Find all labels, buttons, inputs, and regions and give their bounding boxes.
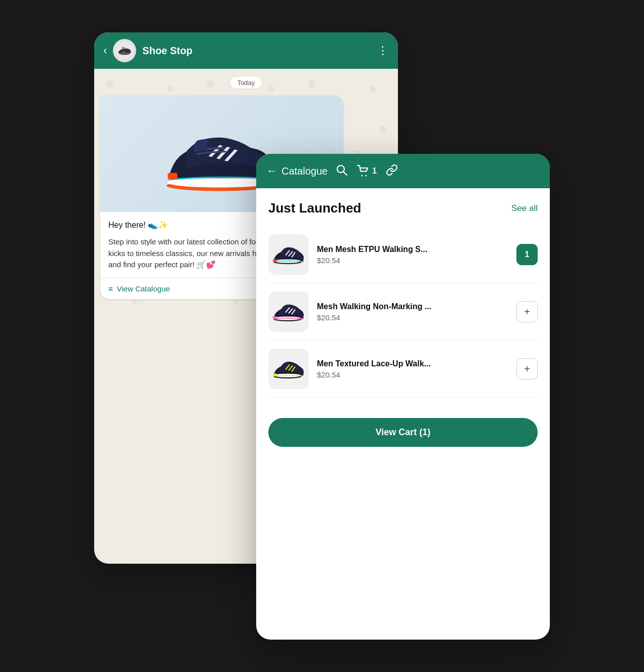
product-item: Mesh Walking Non-Marking ... $20.54 +: [268, 283, 538, 341]
date-badge: Today: [230, 77, 262, 89]
catalogue-body: Just Launched See all: [256, 188, 550, 408]
chat-title: Shoe Stop: [142, 45, 371, 57]
list-icon: ≡: [108, 284, 113, 293]
search-icon[interactable]: [336, 164, 348, 179]
catalogue-panel: ← Catalogue 1: [256, 154, 550, 640]
menu-button[interactable]: ⋮: [377, 44, 389, 57]
avatar: [113, 39, 136, 62]
add-to-cart-button[interactable]: 1: [516, 244, 538, 265]
catalogue-header: ← Catalogue 1: [256, 154, 550, 188]
view-cart-button[interactable]: View Cart (1): [268, 418, 538, 447]
chat-header: ‹ Shoe Stop ⋮: [94, 32, 398, 69]
product-info: Men Mesh ETPU Walking S... $20.54: [317, 245, 508, 265]
svg-point-10: [366, 175, 367, 177]
add-to-cart-button[interactable]: +: [516, 358, 538, 380]
product-thumbnail: [268, 349, 309, 389]
svg-point-9: [361, 175, 363, 177]
product-info: Mesh Walking Non-Marking ... $20.54: [317, 302, 508, 322]
svg-rect-2: [123, 52, 125, 53]
product-name: Mesh Walking Non-Marking ...: [317, 302, 508, 311]
section-header: Just Launched See all: [268, 200, 538, 216]
svg-line-8: [344, 172, 347, 175]
product-thumbnail: [268, 291, 309, 332]
add-to-cart-button[interactable]: +: [516, 301, 538, 322]
catalogue-back-button[interactable]: ← Catalogue: [266, 164, 328, 178]
catalogue-title: Catalogue: [281, 165, 328, 177]
svg-rect-19: [273, 373, 277, 376]
product-list: Men Mesh ETPU Walking S... $20.54 1: [268, 226, 538, 398]
product-price: $20.54: [317, 313, 508, 322]
svg-rect-16: [273, 316, 277, 319]
product-item: Men Mesh ETPU Walking S... $20.54 1: [268, 226, 538, 283]
section-title: Just Launched: [268, 200, 361, 216]
product-info: Men Textured Lace-Up Walk... $20.54: [317, 359, 508, 379]
share-link-icon[interactable]: [386, 164, 398, 179]
see-all-button[interactable]: See all: [511, 203, 538, 214]
back-arrow-icon: ←: [266, 164, 277, 178]
svg-rect-5: [168, 173, 177, 179]
back-button[interactable]: ‹: [103, 44, 107, 57]
product-name: Men Mesh ETPU Walking S...: [317, 245, 508, 254]
svg-rect-13: [273, 259, 277, 262]
catalogue-actions: 1: [336, 164, 398, 179]
product-price: $20.54: [317, 370, 508, 379]
cart-count: 1: [372, 166, 377, 176]
view-catalogue-label: View Catalogue: [117, 284, 170, 293]
product-name: Men Textured Lace-Up Walk...: [317, 359, 508, 368]
cart-button[interactable]: 1: [357, 165, 377, 177]
product-thumbnail: [268, 234, 309, 275]
product-price: $20.54: [317, 256, 508, 265]
svg-point-7: [337, 165, 344, 173]
product-item: Men Textured Lace-Up Walk... $20.54 +: [268, 341, 538, 398]
